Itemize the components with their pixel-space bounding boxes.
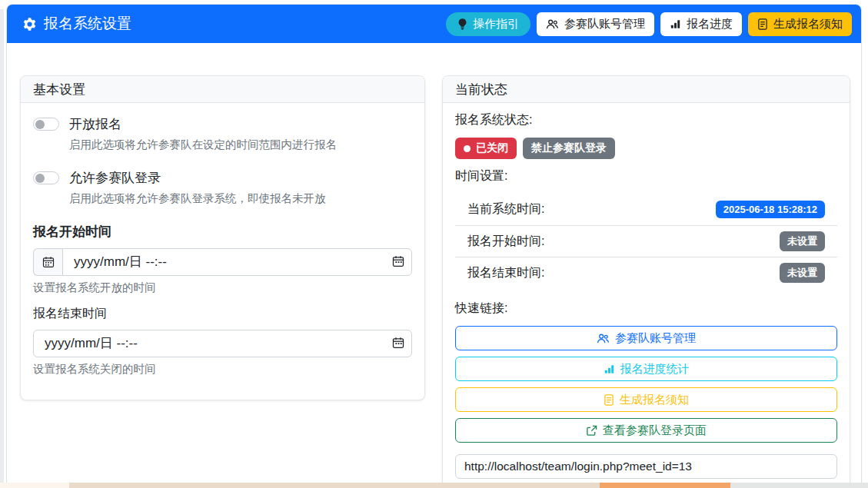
current-system-time-badge: 2025-06-18 15:28:12 [716, 201, 825, 218]
file-text-icon [604, 394, 614, 406]
quick-links-label: 快速链接: [455, 300, 837, 317]
allow-team-login-row: 允许参赛队登录 启用此选项将允许参赛队登录系统，即使报名未开放 [33, 169, 412, 206]
end-time-status-badge: 未设置 [780, 263, 825, 283]
page: 报名系统设置 操作指引 参赛队账号管理 [0, 0, 868, 488]
open-registration-label: 开放报名 [69, 115, 121, 133]
current-system-time-row: 当前系统时间: 2025-06-18 15:28:12 [455, 194, 837, 225]
people-icon [597, 333, 610, 344]
calendar-addon [33, 248, 62, 276]
team-account-management-button[interactable]: 参赛队账号管理 [537, 12, 654, 36]
status-badge-closed: 已关闭 [455, 138, 517, 159]
bottom-strip-segment [600, 483, 730, 488]
basic-settings-card: 基本设置 开放报名 启用此选项将允许参赛队在设定的时间范围内进行报名 允许参赛队… [20, 75, 425, 400]
end-time-status-label: 报名结束时间: [467, 265, 544, 281]
quick-link-view-login-page[interactable]: 查看参赛队登录页面 [455, 418, 837, 443]
start-time-help: 设置报名系统开放的时间 [33, 281, 412, 295]
end-time-status-row: 报名结束时间: 未设置 [455, 257, 837, 288]
team-account-management-label: 参赛队账号管理 [564, 17, 645, 32]
end-time-label: 报名结束时间 [33, 306, 412, 322]
basic-settings-header: 基本设置 [21, 76, 424, 103]
app-header: 报名系统设置 操作指引 参赛队账号管理 [7, 5, 861, 43]
status-badge-login-forbidden: 禁止参赛队登录 [523, 138, 615, 159]
bottom-strip-segment [0, 483, 69, 488]
current-status-card: 当前状态 报名系统状态: 已关闭 禁止参赛队登录 时间设置: [442, 75, 850, 488]
generate-notice-label: 生成报名须知 [773, 17, 843, 32]
end-time-input[interactable] [33, 330, 412, 357]
toggle-knob [35, 120, 45, 129]
status-badge-closed-label: 已关闭 [476, 141, 508, 155]
header-actions: 操作指引 参赛队账号管理 报名进度 [446, 12, 852, 36]
current-system-time-label: 当前系统时间: [467, 201, 544, 217]
file-text-icon [757, 18, 768, 30]
allow-team-login-label: 允许参赛队登录 [69, 169, 161, 187]
start-time-status-badge: 未设置 [780, 231, 825, 251]
basic-settings-body: 开放报名 启用此选项将允许参赛队在设定的时间范围内进行报名 允许参赛队登录 启用… [21, 103, 424, 400]
current-status-body: 报名系统状态: 已关闭 禁止参赛队登录 时间设置: 当前系统时间: [443, 103, 850, 488]
start-time-status-row: 报名开始时间: 未设置 [455, 225, 837, 257]
quick-link-view-login-page-label: 查看参赛队登录页面 [603, 423, 707, 438]
team-login-url-input[interactable] [455, 454, 837, 479]
calendar-icon [42, 256, 55, 268]
generate-notice-button[interactable]: 生成报名须知 [748, 12, 852, 36]
end-time-help: 设置报名系统关闭的时间 [33, 362, 412, 377]
current-status-header: 当前状态 [443, 76, 850, 103]
registration-progress-label: 报名进度 [687, 17, 733, 32]
quick-link-progress-stats[interactable]: 报名进度统计 [455, 357, 837, 381]
settings-panel: 报名系统设置 操作指引 参赛队账号管理 [6, 4, 862, 488]
registration-progress-button[interactable]: 报名进度 [660, 12, 742, 36]
bottom-strip [0, 483, 868, 488]
end-time-input-group [33, 330, 412, 357]
system-status-label: 报名系统状态: [455, 112, 837, 128]
guide-button[interactable]: 操作指引 [446, 12, 530, 36]
content: 基本设置 开放报名 启用此选项将允许参赛队在设定的时间范围内进行报名 允许参赛队… [7, 43, 861, 488]
time-rows: 当前系统时间: 2025-06-18 15:28:12 报名开始时间: 未设置 … [455, 194, 837, 288]
guide-button-label: 操作指引 [473, 17, 519, 32]
allow-team-login-description: 启用此选项将允许参赛队登录系统，即使报名未开放 [69, 191, 412, 206]
quick-link-team-accounts-label: 参赛队账号管理 [615, 331, 696, 346]
end-time-field-wrap [33, 330, 412, 357]
left-edge-strip [0, 9, 4, 483]
toggle-knob [35, 174, 45, 183]
datepicker-icon[interactable] [392, 337, 404, 349]
quick-link-generate-notice-label: 生成报名须知 [620, 393, 689, 407]
quick-links: 参赛队账号管理 报名进度统计 生成报名须知 [455, 326, 837, 443]
external-link-icon [586, 425, 597, 437]
bar-chart-icon [604, 364, 615, 374]
bottom-strip-segment [730, 483, 868, 488]
datepicker-icon[interactable] [392, 255, 404, 267]
gear-icon [22, 17, 37, 32]
open-registration-toggle[interactable] [33, 118, 59, 131]
start-time-input-group [33, 248, 412, 276]
time-settings-label: 时间设置: [455, 168, 837, 184]
lightbulb-icon [457, 18, 467, 30]
open-registration-row: 开放报名 启用此选项将允许参赛队在设定的时间范围内进行报名 [33, 115, 412, 152]
start-time-label: 报名开始时间 [33, 223, 412, 241]
status-badge-login-forbidden-label: 禁止参赛队登录 [531, 141, 607, 155]
bottom-strip-segment [69, 483, 600, 488]
start-time-input[interactable] [62, 248, 412, 276]
allow-team-login-toggle[interactable] [33, 171, 59, 184]
page-title-text: 报名系统设置 [44, 14, 131, 34]
start-time-status-label: 报名开始时间: [467, 234, 544, 250]
quick-link-team-accounts[interactable]: 参赛队账号管理 [455, 326, 837, 350]
start-time-field-wrap [62, 248, 412, 276]
page-title: 报名系统设置 [22, 14, 131, 34]
quick-link-generate-notice[interactable]: 生成报名须知 [455, 387, 837, 412]
people-icon [546, 18, 559, 30]
status-badges: 已关闭 禁止参赛队登录 [455, 138, 837, 159]
bar-chart-icon [670, 18, 681, 29]
status-dot-icon [464, 145, 471, 152]
quick-link-progress-stats-label: 报名进度统计 [620, 362, 690, 377]
open-registration-description: 启用此选项将允许参赛队在设定的时间范围内进行报名 [69, 138, 412, 152]
